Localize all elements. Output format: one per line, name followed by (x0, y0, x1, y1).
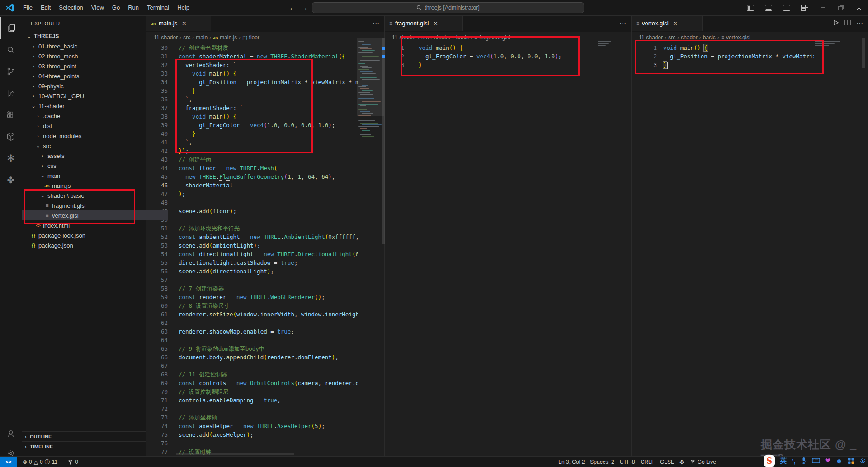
ime-emoji-icon[interactable]: ☻ (835, 457, 843, 465)
customize-layout-icon[interactable] (796, 0, 814, 15)
ime-skin-icon[interactable]: ❤ (825, 457, 831, 465)
activity-run-debug-icon[interactable] (0, 82, 22, 104)
tab-close-icon[interactable]: ✕ (182, 20, 186, 27)
tree-item-fragment-glsl[interactable]: ≡fragment.glsl (22, 200, 168, 210)
tree-item-10-webgl-gpu[interactable]: ›10-WEBGL_GPU (22, 91, 154, 101)
breadcrumb-item[interactable]: shader (681, 34, 698, 41)
more-editor-action-icon[interactable]: ⋯ (373, 19, 379, 28)
menu-run[interactable]: Run (124, 0, 143, 15)
menu-file[interactable]: File (19, 0, 37, 15)
extension-status-icon[interactable]: ✤ (677, 457, 687, 467)
tree-item--cache[interactable]: ›.cache (22, 111, 159, 121)
tree-item-main[interactable]: ⌄main (22, 171, 163, 181)
tree-item-package-lock-json[interactable]: {}package-lock.json (22, 230, 154, 240)
close-icon[interactable] (850, 0, 868, 15)
breadcrumb-item[interactable]: 11-shader (392, 34, 416, 41)
activity-search-icon[interactable] (0, 39, 22, 61)
section-outline[interactable]: ›OUTLINE (22, 431, 146, 442)
activity-openai-icon[interactable]: ✻ (0, 148, 22, 169)
tree-item-assets[interactable]: ›assets (22, 151, 163, 161)
section-timeline[interactable]: ›TIMELINE (22, 441, 146, 452)
breadcrumb-item[interactable]: 11-shader (639, 34, 663, 41)
activity-package-box-icon[interactable] (0, 126, 22, 148)
menu-go[interactable]: Go (108, 0, 124, 15)
tree-item-css[interactable]: ›css (22, 161, 163, 171)
status-encoding[interactable]: UTF-8 (617, 457, 638, 467)
layout-panel-icon[interactable] (760, 0, 778, 15)
menu-view[interactable]: View (87, 0, 108, 15)
tab-vertex.glsl[interactable]: ≡vertex.glsl✕ (632, 15, 703, 31)
code-editor[interactable]: 1void main() {2 gl_FragColor = vec4(1.0,… (385, 43, 597, 456)
problems-status[interactable]: ⊗0 △0 ⓘ11 (20, 457, 60, 467)
status-language-mode[interactable]: GLSL (657, 457, 677, 467)
minimize-icon[interactable] (814, 0, 832, 15)
breadcrumb-item[interactable]: shader (434, 34, 451, 41)
tab-close-icon[interactable]: ✕ (673, 20, 678, 27)
breadcrumb-item[interactable]: fragment.glsl (479, 34, 510, 41)
tree-item-04-three-points[interactable]: ›04-three_points (22, 71, 154, 81)
more-editor-action-icon[interactable]: ⋯ (856, 19, 863, 28)
tree-item-shader-basic[interactable]: ⌄shader \ basic (22, 191, 163, 200)
explorer-more-icon[interactable]: ⋯ (134, 20, 141, 27)
tree-root[interactable]: ⌄THREEJS (22, 31, 150, 41)
tree-item-vertex-glsl[interactable]: ≡vertex.glsl (22, 210, 168, 220)
breadcrumb-item[interactable]: floor (249, 34, 259, 41)
activity-source-control-icon[interactable] (0, 61, 22, 82)
ime-settings-icon[interactable] (859, 457, 866, 464)
activity-account[interactable] (0, 423, 22, 444)
microphone-icon[interactable] (801, 457, 807, 464)
code-editor[interactable]: 30// 创建着色器材质31const shaderMaterial = new… (146, 43, 358, 456)
tree-item-01-three-basic[interactable]: ›01-three_basic (22, 41, 154, 51)
ports-status[interactable]: 0 (65, 457, 81, 467)
more-editor-action-icon[interactable]: ⋯ (619, 19, 626, 28)
run-editor-action-icon[interactable] (833, 19, 839, 28)
status-cursor-position[interactable]: Ln 3, Col 2 (556, 457, 587, 467)
command-center-search[interactable]: threejs [Administrator] (312, 2, 584, 13)
status-go-live[interactable]: Go Live (687, 457, 719, 467)
tree-item-main-js[interactable]: JSmain.js (22, 181, 168, 191)
tree-item-09-physic[interactable]: ›09-physic (22, 81, 154, 91)
tree-item-03-three-point[interactable]: ›03-three_point (22, 61, 154, 71)
activity-ai-swirl-icon[interactable]: ✤ (0, 169, 22, 191)
breadcrumb-item[interactable]: main.js (220, 34, 237, 41)
ime-toolbox-icon[interactable] (848, 457, 854, 464)
tree-item-02-three-mesh[interactable]: ›02-three_mesh (22, 51, 154, 61)
restore-icon[interactable] (832, 0, 850, 15)
ime-punctuation-toggle[interactable]: ’, (792, 457, 795, 465)
tab-close-icon[interactable]: ✕ (433, 20, 438, 27)
split-editor-action-icon[interactable] (844, 19, 851, 28)
tree-item-dist[interactable]: ›dist (22, 121, 159, 131)
tree-item-package-json[interactable]: {}package.json (22, 240, 154, 250)
breadcrumb-item[interactable]: 11-shader (154, 34, 178, 41)
code-editor[interactable]: 1void main() {2 gl_Position = projection… (632, 43, 814, 456)
nav-forward-icon[interactable]: → (298, 0, 310, 15)
breadcrumb-item[interactable]: src (421, 34, 429, 41)
tab-main.js[interactable]: JSmain.js✕ (146, 15, 211, 31)
status-indentation[interactable]: Spaces: 2 (587, 457, 617, 467)
menu-selection[interactable]: Selection (55, 0, 87, 15)
breadcrumb-item[interactable]: src (183, 34, 190, 41)
sogou-logo[interactable]: S (764, 455, 775, 467)
breadcrumb-item[interactable]: src (668, 34, 675, 41)
tree-item-node-modules[interactable]: ›node_modules (22, 131, 159, 141)
tree-item-11-shader[interactable]: ⌄11-shader (22, 101, 154, 111)
tab-fragment.glsl[interactable]: ≡fragment.glsl✕ (385, 15, 463, 31)
nav-back-icon[interactable]: ← (287, 0, 298, 15)
breadcrumb-item[interactable]: vertex.glsl (726, 34, 750, 41)
status-eol[interactable]: CRLF (638, 457, 657, 467)
menu-edit[interactable]: Edit (37, 0, 55, 15)
activity-explorer-icon[interactable] (0, 17, 23, 39)
breadcrumb-item[interactable]: basic (456, 34, 469, 41)
layout-sidebar-icon[interactable] (741, 0, 760, 15)
tree-item-index-html[interactable]: <>index.html (22, 220, 159, 230)
ime-language-toggle[interactable]: 英 (780, 457, 787, 465)
breadcrumb-item[interactable]: main (196, 34, 208, 41)
breadcrumb-item[interactable]: basic (703, 34, 716, 41)
menu-help[interactable]: Help (173, 0, 193, 15)
menu-terminal[interactable]: Terminal (143, 0, 173, 15)
remote-indicator[interactable]: >< (0, 457, 17, 467)
tree-item-src[interactable]: ⌄src (22, 141, 159, 151)
keyboard-icon[interactable] (812, 457, 820, 464)
layout-secondary-sidebar-icon[interactable] (778, 0, 796, 15)
activity-extensions-icon[interactable] (0, 104, 22, 126)
